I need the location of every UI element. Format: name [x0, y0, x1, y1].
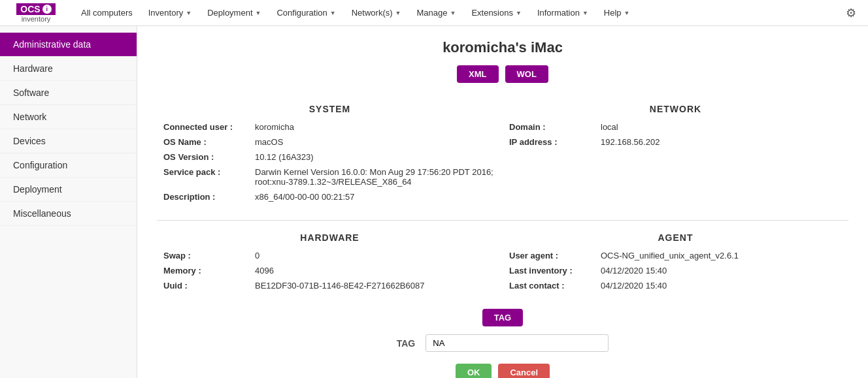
- sidebar-item-devices[interactable]: Devices: [0, 129, 137, 153]
- nav-configuration[interactable]: Configuration ▼: [270, 4, 342, 22]
- os-version-row: OS Version : 10.12 (16A323): [157, 152, 503, 162]
- connected-user-value: koromicha: [255, 122, 496, 132]
- user-agent-label: User agent :: [509, 251, 601, 260]
- domain-value: local: [601, 122, 842, 132]
- agent-section: AGENT User agent : OCS-NG_unified_unix_a…: [503, 227, 848, 296]
- uuid-label: Uuid :: [163, 281, 255, 291]
- ip-address-value: 192.168.56.202: [601, 137, 842, 147]
- connected-user-row: Connected user : koromicha: [157, 122, 503, 132]
- sidebar-item-hardware[interactable]: Hardware: [0, 57, 137, 81]
- networks-caret: ▼: [395, 10, 401, 16]
- deployment-caret: ▼: [256, 10, 261, 16]
- nav-information[interactable]: Information ▼: [531, 4, 595, 22]
- tag-input-row: TAG: [397, 334, 609, 352]
- divider-1: [157, 220, 848, 221]
- information-caret: ▼: [582, 10, 588, 16]
- nav-inventory[interactable]: Inventory ▼: [142, 4, 198, 22]
- sidebar-item-network[interactable]: Network: [0, 105, 137, 129]
- system-section: SYSTEM Connected user : koromicha OS Nam…: [157, 99, 503, 207]
- nav-deployment[interactable]: Deployment ▼: [201, 4, 267, 22]
- last-inventory-row: Last inventory : 04/12/2020 15:40: [503, 266, 848, 276]
- content-area: koromicha's iMac XML WOL SYSTEM Connecte…: [137, 26, 868, 378]
- main-layout: Administrative data Hardware Software Ne…: [0, 26, 868, 378]
- sidebar-item-configuration[interactable]: Configuration: [0, 153, 137, 178]
- nav-help[interactable]: Help ▼: [597, 4, 637, 22]
- settings-icon[interactable]: ⚙: [841, 3, 861, 23]
- brand-ocs: OCS: [20, 4, 40, 14]
- sidebar-item-administrative-data[interactable]: Administrative data: [0, 33, 137, 57]
- service-pack-value: Darwin Kernel Version 16.0.0: Mon Aug 29…: [255, 167, 496, 187]
- last-inventory-value: 04/12/2020 15:40: [601, 266, 842, 276]
- help-caret: ▼: [624, 10, 630, 16]
- os-name-row: OS Name : macOS: [157, 137, 503, 147]
- last-inventory-label: Last inventory :: [509, 266, 601, 276]
- tag-input[interactable]: [426, 334, 609, 352]
- brand-inventory-label: inventory: [22, 15, 51, 23]
- inventory-caret: ▼: [186, 10, 192, 16]
- nav-networks[interactable]: Network(s) ▼: [345, 4, 408, 22]
- last-contact-label: Last contact :: [509, 281, 601, 291]
- swap-row: Swap : 0: [157, 251, 503, 260]
- system-title: SYSTEM: [157, 99, 503, 122]
- tag-button[interactable]: TAG: [482, 309, 523, 326]
- navbar-right: ⚙: [841, 3, 861, 23]
- sidebar-item-deployment[interactable]: Deployment: [0, 178, 137, 202]
- service-pack-label: Service pack :: [163, 167, 255, 187]
- connected-user-label: Connected user :: [163, 122, 255, 132]
- sidebar-item-miscellaneous[interactable]: Miscellaneous: [0, 202, 137, 226]
- brand: OCS i inventory: [7, 2, 65, 24]
- sidebar: Administrative data Hardware Software Ne…: [0, 26, 137, 378]
- service-pack-row: Service pack : Darwin Kernel Version 16.…: [157, 167, 503, 187]
- swap-label: Swap :: [163, 251, 255, 260]
- cancel-button[interactable]: Cancel: [498, 364, 550, 378]
- memory-label: Memory :: [163, 266, 255, 276]
- navbar: OCS i inventory All computers Inventory …: [0, 0, 868, 26]
- configuration-caret: ▼: [330, 10, 336, 16]
- page-title: koromicha's iMac: [157, 39, 848, 56]
- agent-title: AGENT: [503, 227, 848, 251]
- sidebar-item-software[interactable]: Software: [0, 81, 137, 105]
- last-contact-value: 04/12/2020 15:40: [601, 281, 842, 291]
- os-version-value: 10.12 (16A323): [255, 152, 496, 162]
- hardware-title: HARDWARE: [157, 227, 503, 251]
- uuid-row: Uuid : BE12DF30-071B-1146-8E42-F271662B6…: [157, 281, 503, 291]
- extensions-caret: ▼: [516, 10, 522, 16]
- tag-input-label: TAG: [397, 338, 416, 349]
- ip-address-label: IP address :: [509, 137, 601, 147]
- last-contact-row: Last contact : 04/12/2020 15:40: [503, 281, 848, 291]
- nav-manage[interactable]: Manage ▼: [410, 4, 462, 22]
- uuid-value: BE12DF30-071B-1146-8E42-F271662B6087: [255, 281, 496, 291]
- os-version-label: OS Version :: [163, 152, 255, 162]
- user-agent-row: User agent : OCS-NG_unified_unix_agent_v…: [503, 251, 848, 260]
- network-section: NETWORK Domain : local IP address : 192.…: [503, 99, 848, 207]
- nav-all-computers[interactable]: All computers: [75, 4, 139, 22]
- xml-button[interactable]: XML: [457, 65, 498, 83]
- memory-row: Memory : 4096: [157, 266, 503, 276]
- os-name-label: OS Name :: [163, 137, 255, 147]
- hardware-section: HARDWARE Swap : 0 Memory : 4096 Uuid : B…: [157, 227, 503, 296]
- swap-value: 0: [255, 251, 496, 260]
- wol-button[interactable]: WOL: [505, 65, 548, 83]
- hardware-agent-grid: HARDWARE Swap : 0 Memory : 4096 Uuid : B…: [157, 227, 848, 296]
- description-label: Description :: [163, 192, 255, 202]
- user-agent-value: OCS-NG_unified_unix_agent_v2.6.1: [601, 251, 842, 260]
- os-name-value: macOS: [255, 137, 496, 147]
- manage-caret: ▼: [450, 10, 456, 16]
- action-buttons: XML WOL: [157, 65, 848, 83]
- tag-section: TAG TAG OK Cancel: [157, 309, 848, 378]
- domain-label: Domain :: [509, 122, 601, 132]
- brand-icon: i: [42, 5, 52, 14]
- nav-extensions[interactable]: Extensions ▼: [465, 4, 528, 22]
- ok-cancel-row: OK Cancel: [456, 364, 550, 378]
- ok-button[interactable]: OK: [456, 364, 492, 378]
- brand-logo: OCS i inventory: [7, 2, 65, 24]
- network-title: NETWORK: [503, 99, 848, 122]
- memory-value: 4096: [255, 266, 496, 276]
- description-value: x86_64/00-00-00 00:21:57: [255, 192, 496, 202]
- domain-row: Domain : local: [503, 122, 848, 132]
- system-network-grid: SYSTEM Connected user : koromicha OS Nam…: [157, 99, 848, 207]
- ip-address-row: IP address : 192.168.56.202: [503, 137, 848, 147]
- description-row: Description : x86_64/00-00-00 00:21:57: [157, 192, 503, 202]
